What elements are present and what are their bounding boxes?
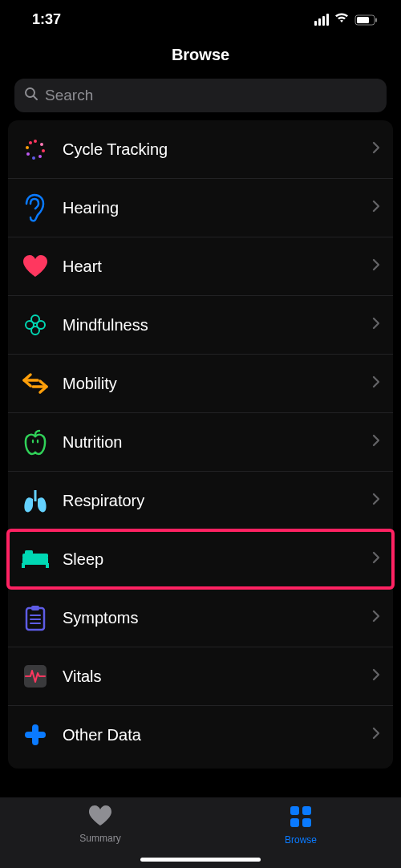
category-nutrition[interactable]: Nutrition <box>8 413 393 472</box>
svg-rect-37 <box>290 818 299 827</box>
svg-point-7 <box>42 149 45 152</box>
respiratory-icon <box>18 486 53 515</box>
chevron-right-icon <box>372 493 380 509</box>
svg-rect-28 <box>31 606 39 610</box>
svg-point-10 <box>26 152 30 156</box>
svg-rect-24 <box>22 563 25 568</box>
battery-icon <box>354 14 379 26</box>
tab-browse[interactable]: Browse <box>200 805 401 846</box>
category-sleep[interactable]: Sleep <box>8 530 393 589</box>
svg-point-20 <box>37 440 38 444</box>
page-title: Browse <box>0 34 401 72</box>
status-bar: 1:37 <box>0 0 401 34</box>
tab-summary[interactable]: Summary <box>0 805 200 846</box>
chevron-right-icon <box>372 434 380 450</box>
svg-point-19 <box>32 440 34 444</box>
category-vitals[interactable]: Vitals <box>8 647 393 706</box>
other-data-icon <box>18 720 53 749</box>
mindfulness-icon <box>18 310 53 339</box>
grid-icon <box>290 805 312 831</box>
mobility-icon <box>18 369 53 398</box>
sleep-icon <box>18 545 53 574</box>
svg-point-12 <box>29 141 32 144</box>
home-indicator[interactable] <box>140 858 261 862</box>
nutrition-icon <box>18 428 53 456</box>
category-heart[interactable]: Heart <box>8 237 393 296</box>
svg-rect-26 <box>25 550 33 554</box>
heart-icon <box>18 252 53 281</box>
search-bar[interactable] <box>14 79 387 112</box>
svg-line-4 <box>34 96 37 99</box>
svg-rect-1 <box>357 17 369 23</box>
category-label: Mindfulness <box>63 316 372 335</box>
svg-rect-25 <box>46 563 49 568</box>
chevron-right-icon <box>372 610 380 626</box>
search-input[interactable] <box>45 87 377 104</box>
category-label: Nutrition <box>63 433 372 452</box>
chevron-right-icon <box>372 317 380 333</box>
category-mobility[interactable]: Mobility <box>8 355 393 413</box>
category-label: Mobility <box>63 375 372 393</box>
category-label: Heart <box>63 258 372 276</box>
cycle-tracking-icon <box>18 135 53 164</box>
category-label: Hearing <box>63 199 372 217</box>
category-label: Respiratory <box>63 492 372 510</box>
chevron-right-icon <box>372 668 380 684</box>
chevron-right-icon <box>372 551 380 567</box>
category-label: Sleep <box>63 550 372 569</box>
svg-point-11 <box>26 146 29 149</box>
svg-point-16 <box>26 321 34 329</box>
category-symptoms[interactable]: Symptoms <box>8 589 393 647</box>
tab-label: Summary <box>79 833 120 844</box>
category-list: Cycle Tracking Hearing Heart Mindfulness <box>8 120 393 769</box>
symptoms-icon <box>18 603 53 632</box>
category-label: Cycle Tracking <box>63 140 372 159</box>
category-hearing[interactable]: Hearing <box>8 179 393 237</box>
svg-rect-2 <box>375 18 377 22</box>
chevron-right-icon <box>372 141 380 157</box>
wifi-icon <box>334 11 350 28</box>
chevron-right-icon <box>372 375 380 391</box>
chevron-right-icon <box>372 200 380 216</box>
category-respiratory[interactable]: Respiratory <box>8 472 393 530</box>
svg-rect-21 <box>34 490 37 501</box>
svg-rect-36 <box>302 806 311 815</box>
status-time: 1:37 <box>32 11 61 28</box>
category-label: Vitals <box>63 667 372 686</box>
category-other-data[interactable]: Other Data <box>8 706 393 764</box>
svg-rect-35 <box>290 806 299 815</box>
status-icons <box>314 11 379 28</box>
chevron-right-icon <box>372 258 380 274</box>
chevron-right-icon <box>372 727 380 743</box>
svg-point-9 <box>32 156 35 160</box>
svg-rect-34 <box>25 732 46 738</box>
heart-fill-icon <box>88 805 112 829</box>
svg-point-5 <box>34 140 37 143</box>
svg-point-6 <box>40 143 43 146</box>
category-label: Symptoms <box>63 609 372 627</box>
svg-point-8 <box>38 155 42 158</box>
category-label: Other Data <box>63 726 372 744</box>
category-cycle-tracking[interactable]: Cycle Tracking <box>8 120 393 179</box>
search-icon <box>24 87 38 104</box>
svg-rect-38 <box>302 818 311 827</box>
category-mindfulness[interactable]: Mindfulness <box>8 296 393 355</box>
hearing-icon <box>18 193 53 222</box>
vitals-icon <box>18 662 53 691</box>
tab-label: Browse <box>285 834 317 846</box>
cellular-icon <box>314 14 329 26</box>
